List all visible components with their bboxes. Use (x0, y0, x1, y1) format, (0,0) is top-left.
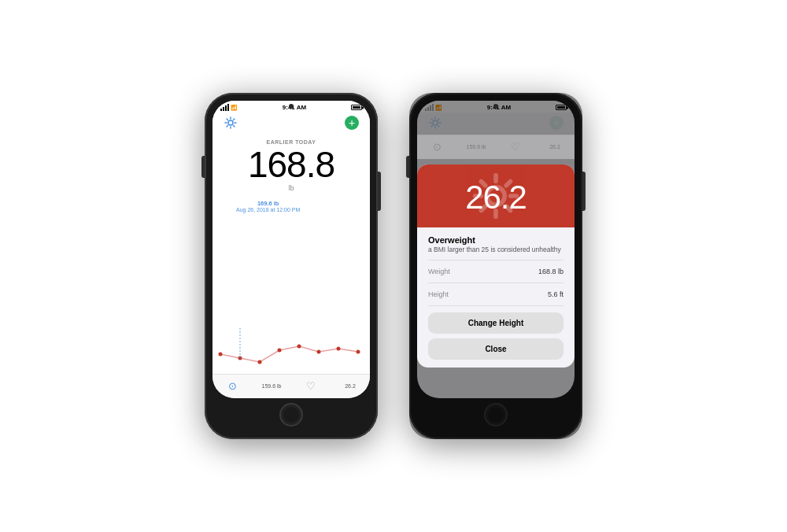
divider-2 (428, 283, 563, 283)
tab-health[interactable]: ♡ (291, 380, 331, 392)
status-desc: a BMI larger than 25 is considered unhea… (428, 246, 563, 253)
svg-point-5 (297, 345, 301, 349)
annotation-date: Aug 26, 2018 at 12:00 PM (236, 207, 300, 212)
svg-point-8 (357, 350, 360, 354)
health-icon-2: ♡ (511, 141, 520, 153)
tab-bar-1: ⊙ 159.6 lb ♡ 26.2 (212, 374, 370, 398)
svg-point-11 (487, 187, 505, 205)
battery-area-1 (351, 105, 362, 110)
weight-value-modal: 168.8 lb (538, 268, 563, 275)
tab-bmi-value[interactable]: 26.2 (331, 383, 370, 389)
chart-area: 169.6 lb Aug 26, 2018 at 12:00 PM (212, 192, 370, 374)
tab-bmi-value-2: 26.2 (535, 144, 575, 150)
weight-row: Weight 168.8 lb (428, 264, 563, 279)
scene: 📶 9:41 AM + (205, 93, 582, 439)
add-button[interactable]: + (345, 116, 359, 130)
home-btn-area-1 (212, 398, 370, 431)
status-time-1: 9:41 AM (283, 104, 306, 111)
change-height-button[interactable]: Change Height (428, 312, 563, 334)
add-icon: + (349, 116, 355, 129)
signal-bars (220, 104, 229, 111)
main-content-1: EARLIER TODAY 168.8 lb 169.6 lb Aug 26, … (212, 135, 370, 374)
tab-weight-text: 159.6 lb (262, 383, 282, 389)
scale-icon: ⊙ (228, 380, 237, 392)
wifi-icon: 📶 (231, 105, 238, 111)
modal-card: 26.2 Overweight a BMI larger than 25 is … (417, 164, 575, 368)
phone-2: 📶 9:41 AM + (409, 93, 582, 439)
weight-display: 168.8 (248, 146, 334, 183)
home-button-1[interactable] (279, 403, 303, 427)
height-label: Height (428, 290, 449, 298)
bar3 (225, 105, 227, 111)
tab-bar-2: ⊙ 159.6 lb ♡ 26.2 (417, 135, 575, 159)
svg-point-1 (219, 353, 223, 357)
camera-dot-2 (493, 104, 498, 109)
tab-bmi-text: 26.2 (345, 383, 356, 389)
svg-point-7 (337, 347, 341, 351)
chart-annotation: 169.6 lb Aug 26, 2018 at 12:00 PM (236, 200, 300, 212)
tab-weight-value-2: 159.6 lb (456, 144, 496, 150)
phone-1: 📶 9:41 AM + (205, 93, 378, 439)
health-icon: ♡ (306, 380, 316, 392)
phone-2-screen: 📶 9:41 AM + (417, 101, 575, 398)
annotation-weight: 169.6 lb (236, 200, 300, 207)
tab-weight-text-2: 159.6 lb (467, 144, 486, 150)
tab-scale[interactable]: ⊙ (212, 380, 252, 392)
divider-1 (428, 260, 563, 260)
battery-fill-1 (353, 106, 360, 109)
svg-point-4 (278, 349, 282, 353)
svg-point-3 (258, 360, 262, 364)
svg-point-6 (317, 350, 321, 354)
close-button[interactable]: Close (428, 338, 563, 360)
tab-bmi-text-2: 26.2 (549, 144, 560, 150)
tab-scale-2: ⊙ (417, 141, 456, 153)
signal-area: 📶 (220, 104, 238, 111)
weight-label: Weight (428, 268, 450, 275)
height-value-modal: 5.6 ft (548, 290, 563, 298)
bar1 (220, 109, 222, 111)
bmi-header: 26.2 (417, 164, 575, 227)
status-title: Overweight (428, 235, 563, 245)
phone-1-screen: 📶 9:41 AM + (212, 101, 370, 398)
battery-icon-1 (351, 105, 362, 110)
app-bar-1: + (212, 113, 370, 135)
settings-icon[interactable] (224, 116, 238, 130)
tab-health-2: ♡ (496, 141, 535, 153)
scale-icon-2: ⊙ (433, 141, 442, 153)
svg-point-0 (228, 120, 233, 125)
height-row: Height 5.6 ft (428, 286, 563, 302)
tab-weight-value[interactable]: 159.6 lb (252, 383, 291, 389)
weight-chart (212, 319, 370, 374)
divider-3 (428, 305, 563, 306)
bmi-background-icon (472, 172, 519, 220)
modal-body: Overweight a BMI larger than 25 is consi… (417, 227, 575, 368)
camera-dot (289, 104, 294, 109)
weight-unit: lb (288, 184, 294, 192)
bar4 (227, 104, 229, 111)
bar2 (223, 107, 224, 111)
